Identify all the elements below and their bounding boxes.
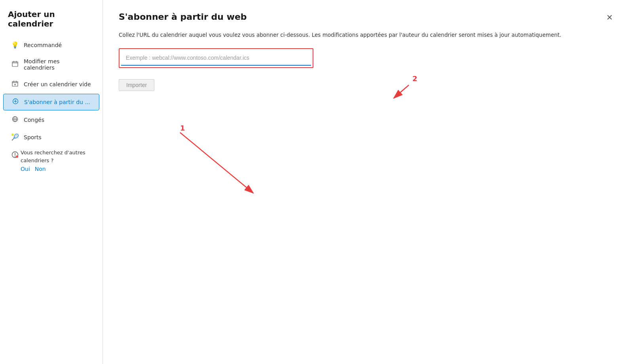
svg-text:2: 2 — [412, 74, 418, 83]
search-more-text: Vous recherchez d'autres calendriers ? — [21, 149, 95, 164]
main-header: S'abonner à partir du web ✕ — [119, 12, 616, 23]
sidebar-item-creer-label: Créer un calendrier vide — [24, 81, 91, 87]
sidebar-item-sports-label: Sports — [24, 134, 42, 140]
subscribe-icon — [11, 98, 19, 106]
url-input[interactable] — [121, 51, 311, 66]
sidebar-title: Ajouter un calendrier — [0, 6, 102, 36]
sidebar-item-sports[interactable]: 🎾 Sports — [3, 129, 99, 145]
sidebar-item-recommande[interactable]: 💡 Recommandé — [3, 37, 99, 53]
svg-text:1: 1 — [180, 124, 185, 132]
search-more-links: Oui Non — [21, 165, 95, 173]
edit-calendar-icon — [11, 61, 19, 68]
sidebar: Ajouter un calendrier 💡 Recommandé Modif… — [0, 0, 103, 364]
close-button[interactable]: ✕ — [603, 12, 616, 23]
non-link[interactable]: Non — [35, 165, 46, 173]
sidebar-item-conges-label: Congés — [24, 117, 44, 123]
import-button[interactable]: Importer — [119, 79, 154, 91]
sidebar-item-modifier[interactable]: Modifier mes calendriers — [3, 54, 99, 75]
sidebar-item-modifier-label: Modifier mes calendriers — [24, 58, 91, 71]
svg-line-24 — [394, 85, 409, 98]
sidebar-item-sabonner[interactable]: S'abonner à partir du ... — [3, 94, 99, 110]
globe-icon — [11, 116, 19, 124]
create-calendar-icon — [11, 80, 19, 88]
sidebar-item-creer[interactable]: Créer un calendrier vide — [3, 76, 99, 92]
sidebar-item-conges[interactable]: Congés — [3, 112, 99, 128]
sidebar-item-recommande-label: Recommandé — [24, 42, 62, 48]
sports-icon: 🎾 — [11, 133, 19, 141]
url-input-container — [119, 48, 313, 68]
sidebar-item-sabonner-label: S'abonner à partir du ... — [24, 99, 90, 105]
lightbulb-icon: 💡 — [11, 41, 19, 49]
description-text: Collez l'URL du calendrier auquel vous v… — [119, 31, 594, 39]
oui-link[interactable]: Oui — [21, 165, 30, 173]
svg-rect-0 — [12, 62, 18, 66]
main-title: S'abonner à partir du web — [119, 12, 247, 22]
svg-line-22 — [180, 133, 253, 193]
main-content: S'abonner à partir du web ✕ Collez l'URL… — [103, 0, 632, 364]
search-more-section: Vous recherchez d'autres calendriers ? O… — [0, 149, 102, 177]
